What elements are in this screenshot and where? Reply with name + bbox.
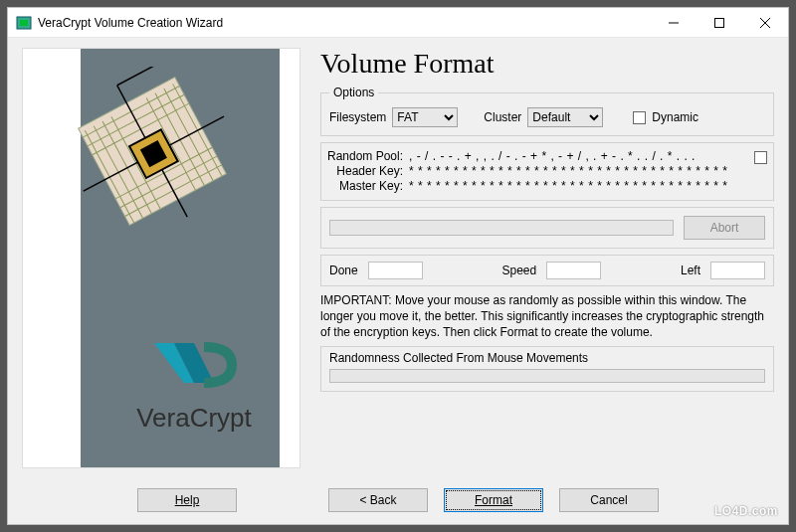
format-button[interactable]: Format xyxy=(444,488,543,512)
page-title: Volume Format xyxy=(320,48,774,80)
svg-rect-3 xyxy=(715,18,724,27)
speed-value xyxy=(546,262,601,279)
product-name: VeraCrypt xyxy=(104,403,284,434)
maximize-button[interactable] xyxy=(696,8,742,37)
filesystem-label: Filesystem xyxy=(329,110,386,124)
product-logo-block: VeraCrypt xyxy=(104,335,284,434)
window-controls xyxy=(651,8,788,37)
speed-label: Speed xyxy=(501,264,536,277)
options-legend: Options xyxy=(329,86,378,99)
window-title: VeraCrypt Volume Creation Wizard xyxy=(38,16,651,30)
format-progress-group: Abort xyxy=(320,207,774,249)
progress-stats-group: Done Speed Left xyxy=(320,255,774,286)
help-button[interactable]: Help xyxy=(137,488,237,512)
options-group: Options Filesystem FAT Cluster Default D… xyxy=(320,86,774,136)
dynamic-checkbox[interactable] xyxy=(633,111,646,124)
header-key-value: * * * * * * * * * * * * * * * * * * * * … xyxy=(409,164,748,179)
left-label: Left xyxy=(681,264,700,277)
veracrypt-logo-icon xyxy=(144,335,244,395)
randomness-group: Randomness Collected From Mouse Movement… xyxy=(320,346,774,392)
randomness-label: Randomness Collected From Mouse Movement… xyxy=(329,351,765,365)
random-pool-value: , - / . - - . + , , . / - . - + * , - + … xyxy=(409,149,748,164)
wizard-banner: VeraCrypt xyxy=(22,48,300,468)
cancel-button[interactable]: Cancel xyxy=(559,488,659,512)
random-pool-group: Random Pool: Header Key: Master Key: , -… xyxy=(320,142,774,201)
pool-labels: Random Pool: Header Key: Master Key: xyxy=(327,149,403,194)
minimize-button[interactable] xyxy=(651,8,696,37)
randomness-progress-bar xyxy=(329,369,765,383)
back-button[interactable]: < Back xyxy=(328,488,428,512)
left-value xyxy=(710,262,765,279)
show-pool-checkbox[interactable] xyxy=(754,151,767,164)
chip-illustration xyxy=(63,67,242,236)
dynamic-label: Dynamic xyxy=(652,110,698,124)
window-frame: VeraCrypt Volume Creation Wizard xyxy=(7,7,789,525)
cluster-label: Cluster xyxy=(484,110,521,124)
done-value xyxy=(368,262,423,279)
wizard-footer: Help < Back Format Cancel xyxy=(8,476,788,524)
master-key-value: * * * * * * * * * * * * * * * * * * * * … xyxy=(409,179,748,194)
wizard-page: Volume Format Options Filesystem FAT Clu… xyxy=(320,48,774,468)
svg-rect-1 xyxy=(20,20,28,26)
client-area: VeraCrypt Volume Format Options Filesyst… xyxy=(8,38,788,476)
watermark: LO4D.com xyxy=(714,504,778,518)
done-label: Done xyxy=(329,264,358,277)
app-icon xyxy=(16,15,32,31)
titlebar: VeraCrypt Volume Creation Wizard xyxy=(8,8,788,38)
cluster-select[interactable]: Default xyxy=(527,107,603,127)
filesystem-select[interactable]: FAT xyxy=(392,107,458,127)
important-note: IMPORTANT: Move your mouse as randomly a… xyxy=(320,292,774,340)
format-progress-bar xyxy=(329,220,674,236)
pool-values: , - / . - - . + , , . / - . - + * , - + … xyxy=(409,149,748,194)
svg-line-24 xyxy=(117,67,170,86)
abort-button[interactable]: Abort xyxy=(684,216,765,240)
close-button[interactable] xyxy=(742,8,788,37)
